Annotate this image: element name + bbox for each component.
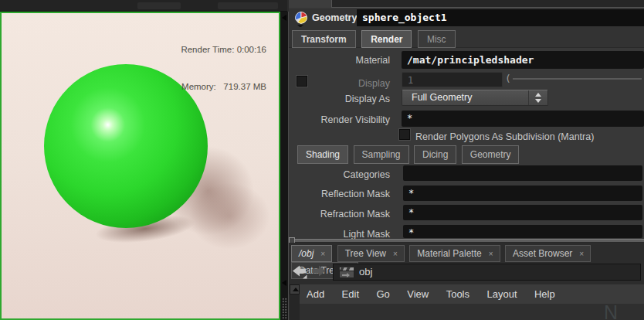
pane-tab-label: /obj: [299, 248, 314, 259]
folder-tab-bar: Transform Render Misc: [289, 27, 644, 48]
menu-view[interactable]: View: [400, 284, 436, 300]
render-visibility-input[interactable]: *: [402, 111, 644, 127]
reflection-mask-label: Reflection Mask: [289, 189, 390, 200]
spinner-down-icon: [535, 99, 541, 103]
viewport-toolbar: [0, 0, 287, 12]
display-as-value: Full Geometry: [412, 90, 473, 105]
shading-tab-bar: Shading Sampling Dicing Geometry: [297, 145, 520, 164]
tab-misc[interactable]: Misc: [418, 30, 456, 48]
path-value: obj: [359, 264, 372, 280]
collapse-left-icon[interactable]: [282, 15, 286, 21]
close-tab-icon[interactable]: ×: [572, 250, 584, 258]
subdivision-checkbox[interactable]: [399, 129, 410, 140]
material-label: Material: [289, 55, 390, 66]
scroll-up-button[interactable]: [290, 284, 300, 294]
menu-layout[interactable]: Layout: [480, 284, 524, 300]
pane-tab-bar: /obj× Tree View× Material Palette× Asset…: [289, 243, 644, 263]
pane-tab-label: Tree View: [345, 248, 386, 259]
node-type-label: Geometry: [312, 9, 357, 27]
arrow-up-icon: [293, 288, 299, 291]
pane-tab-label: Material Palette: [417, 248, 481, 259]
reflection-mask-input[interactable]: *: [403, 186, 642, 201]
forward-icon[interactable]: [312, 265, 326, 277]
back-icon[interactable]: [293, 265, 308, 279]
parameter-pane: Geometry sphere_object1 Transform Render…: [289, 0, 644, 320]
light-mask-input[interactable]: *: [403, 225, 642, 238]
pane-tab-strip: [289, 0, 644, 8]
categories-input[interactable]: [403, 165, 642, 181]
render-visibility-label: Render Visibility: [289, 114, 390, 126]
houdini-window: Render Time: 0:00:16 Memory: 719.37 MB G…: [0, 0, 644, 320]
memory-text: Memory: 719.37 MB: [181, 80, 266, 93]
tab-transform[interactable]: Transform: [292, 30, 356, 48]
tab-dicing[interactable]: Dicing: [414, 145, 456, 164]
display-as-dropdown[interactable]: Full Geometry: [402, 90, 548, 106]
spinner-up-icon: [535, 93, 541, 97]
menu-add[interactable]: Add: [300, 284, 331, 300]
tab-render[interactable]: Render: [361, 30, 412, 48]
pane-tab-sliver[interactable]: [289, 0, 332, 8]
refraction-mask-label: Refraction Mask: [289, 209, 390, 220]
pane-tab-material-palette[interactable]: Material Palette×: [409, 245, 500, 262]
display-slider[interactable]: [513, 78, 642, 80]
pane-tab-obj[interactable]: /obj×: [291, 245, 332, 262]
node-name-input[interactable]: sphere_object1: [357, 9, 644, 26]
pane-tab-asset-browser[interactable]: Asset Browser×: [505, 245, 591, 262]
network-menubar: Add Edit Go View Tools Layout Help: [300, 284, 644, 304]
obj-level-icon: [339, 267, 354, 278]
path-bar[interactable]: obj: [333, 264, 641, 281]
splitter-grip-handle[interactable]: [282, 298, 287, 320]
render-stats: Render Time: 0:00:16 Memory: 719.37 MB: [181, 19, 266, 117]
tab-shading[interactable]: Shading: [297, 145, 348, 164]
node-header: Geometry sphere_object1: [289, 9, 644, 27]
toolbar-button[interactable]: [137, 2, 181, 9]
close-tab-icon[interactable]: ×: [386, 250, 398, 258]
render-time-text: Render Time: 0:00:16: [181, 43, 266, 56]
slider-bracket: (: [505, 73, 511, 84]
menu-edit[interactable]: Edit: [335, 284, 366, 300]
pane-tab-label: Asset Browser: [513, 248, 572, 259]
refraction-mask-input[interactable]: *: [403, 205, 642, 220]
collapse-left-icon[interactable]: [282, 280, 286, 286]
subdivision-label: Render Polygons As Subdivision (Mantra): [415, 131, 594, 142]
menu-tools[interactable]: Tools: [439, 284, 476, 300]
tab-geometry[interactable]: Geometry: [462, 145, 520, 164]
dropdown-spinner[interactable]: [528, 90, 547, 105]
pane-tab-tree-view[interactable]: Tree View×: [337, 245, 405, 262]
categories-label: Categories: [289, 169, 390, 181]
display-input[interactable]: 1: [402, 72, 503, 87]
toolbar-button[interactable]: [218, 2, 278, 9]
network-scrollbar[interactable]: [290, 284, 300, 320]
pane-splitter[interactable]: [280, 12, 289, 320]
menu-go[interactable]: Go: [369, 284, 396, 300]
geometry-node-icon: [294, 11, 308, 25]
network-watermark: N: [604, 304, 618, 320]
display-label: Display: [289, 78, 390, 90]
render-viewport[interactable]: Render Time: 0:00:16 Memory: 719.37 MB: [0, 12, 280, 320]
menu-help[interactable]: Help: [527, 284, 562, 300]
display-as-label: Display As: [289, 94, 390, 105]
close-tab-icon[interactable]: ×: [314, 250, 325, 258]
close-tab-icon[interactable]: ×: [482, 250, 493, 258]
tab-sampling[interactable]: Sampling: [354, 145, 409, 164]
material-input[interactable]: /mat/principledshader: [402, 51, 644, 69]
network-editor-canvas[interactable]: N: [300, 304, 644, 320]
